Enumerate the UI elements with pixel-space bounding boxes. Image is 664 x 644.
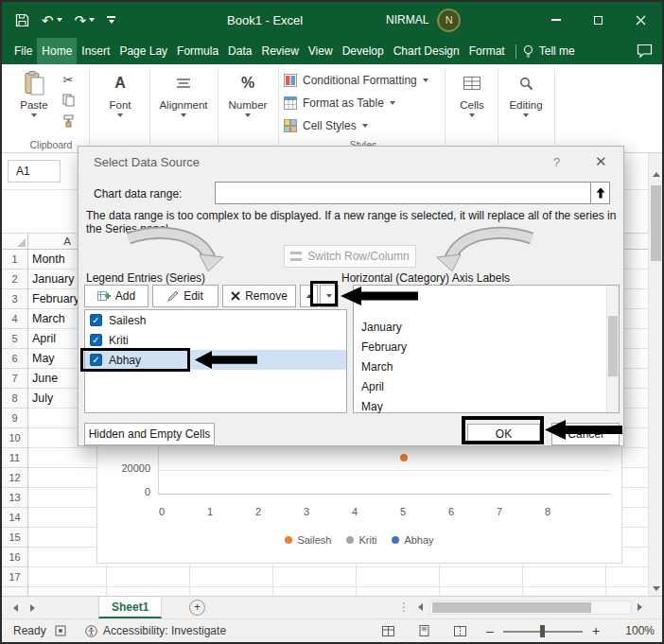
tab-page-lay[interactable]: Page Lay [114,38,172,64]
scrollbar-thumb[interactable] [432,602,591,613]
select-all-button[interactable] [2,234,28,249]
editing-group-button[interactable]: Editing [501,68,550,117]
redo-button[interactable]: ↷ [75,13,96,27]
series-checkbox[interactable]: ✓ [90,334,102,346]
dialog-title: Select Data Source [94,155,200,169]
page-break-view-button[interactable] [454,626,466,639]
avatar[interactable]: N [437,9,461,32]
zoom-slider-thumb[interactable] [540,625,545,637]
dialog-help-button[interactable]: ? [553,155,560,169]
page-layout-view-button[interactable] [418,625,430,639]
minimize-button[interactable] [534,2,577,38]
new-sheet-button[interactable]: + [189,600,205,616]
category-item-april[interactable]: April [354,377,605,397]
annotation-box-ok [462,416,544,444]
tell-me-button[interactable]: Tell me [522,44,575,59]
scroll-right-button[interactable] [638,603,642,611]
vertical-scrollbar[interactable] [648,153,662,596]
normal-view-button[interactable] [382,626,394,639]
tab-format[interactable]: Format [464,38,510,64]
zoom-level[interactable]: 100% [613,624,655,637]
cell-a8[interactable]: July [32,389,53,409]
tab-develop[interactable]: Develop [338,38,389,64]
tab-chart-design[interactable]: Chart Design [389,38,464,64]
divider [515,44,516,59]
cells-group-button[interactable]: Cells [450,68,494,117]
tab-home[interactable]: Home [37,38,77,64]
scroll-up-button[interactable] [649,166,663,182]
alignment-group-button[interactable]: Alignment [153,68,214,117]
chart-data-range-input[interactable] [215,182,610,204]
name-box[interactable]: A1 [8,160,61,183]
scrollbar-thumb[interactable] [608,316,618,376]
next-sheet-button[interactable] [30,604,35,612]
arrow-up-icon [653,172,660,177]
legend-marker-icon [392,536,399,544]
zoom-out-button[interactable]: – [486,623,494,638]
category-item-march[interactable]: March [354,357,605,377]
sheet-tab-sheet1[interactable]: Sheet1 [98,597,162,618]
hidden-empty-cells-button[interactable]: Hidden and Empty Cells [84,423,215,445]
tab-insert[interactable]: Insert [77,38,114,64]
accessibility-status[interactable]: Accessibility: Investigate [85,624,226,637]
previous-sheet-button[interactable] [13,604,18,612]
dialog-close-button[interactable]: ✕ [595,153,607,170]
category-scrollbar[interactable] [606,286,619,412]
macro-record-button[interactable] [55,625,66,639]
edit-series-button[interactable]: Edit [152,285,218,307]
close-button[interactable] [620,2,662,38]
cell-a4[interactable]: March [32,309,65,329]
cell-a5[interactable]: April [32,329,56,349]
edit-label: Edit [183,289,203,303]
remove-series-button[interactable]: Remove [222,285,296,307]
legend-marker-icon [285,536,292,544]
category-item-february[interactable]: February [354,338,605,357]
format-as-table-button[interactable]: Format as Table [284,93,395,113]
comments-button[interactable] [637,44,653,62]
legend-item-abhay: Abhay [392,534,433,546]
category-item-may[interactable]: May [354,397,605,417]
switch-row-column-button[interactable]: Switch Row/Column [284,245,416,268]
series-checkbox[interactable]: ✓ [90,314,102,326]
conditional-formatting-button[interactable]: Conditional Formatting [284,70,428,91]
scroll-down-button[interactable] [649,581,663,596]
scroll-left-button[interactable] [418,603,423,611]
account-area[interactable]: NIRMAL N [386,2,461,38]
font-group-button[interactable]: A Font [96,68,145,117]
series-item-sailesh[interactable]: ✓Sailesh [85,310,346,330]
horizontal-scrollbar[interactable] [429,600,632,615]
tab-scrollbar-splitter[interactable]: ⋮ [398,600,410,614]
category-item-january[interactable]: January [354,318,605,338]
cut-button[interactable]: ✂ [57,70,79,89]
copy-button[interactable] [57,91,79,110]
range-selector-button[interactable] [590,183,609,203]
customize-quick-access-toolbar-button[interactable] [107,16,115,24]
scrollbar-thumb[interactable] [651,185,661,261]
cell-a7[interactable]: June [32,369,58,389]
legend-item-kriti: Kriti [346,534,376,546]
cell-a1[interactable]: Month [32,250,65,270]
tab-formula[interactable]: Formula [172,38,223,64]
cell-a2[interactable]: January [32,270,74,289]
ribbon-tabs: FileHomeInsertPage LayFormulaDataReviewV… [9,38,510,64]
tab-view[interactable]: View [304,38,338,64]
paste-button[interactable]: Paste [13,68,55,117]
tab-data[interactable]: Data [223,38,256,64]
format-painter-button[interactable] [57,112,79,131]
cell-a6[interactable]: May [32,349,55,369]
chevron-down-icon [109,20,114,24]
add-series-button[interactable]: Add [84,285,149,307]
undo-button[interactable]: ↶ [42,13,62,27]
series-item-kriti[interactable]: ✓Kriti [85,330,346,350]
save-button[interactable] [15,13,29,27]
format-as-table-label: Format as Table [303,96,384,110]
tab-file[interactable]: File [9,38,37,64]
cell-a3[interactable]: February [32,289,79,309]
number-group-button[interactable]: % Number [221,68,274,117]
switch-row-column-icon [290,252,302,261]
tab-review[interactable]: Review [256,38,303,64]
cell-styles-button[interactable]: Cell Styles [284,115,368,136]
zoom-in-button[interactable]: + [592,623,600,638]
maximize-button[interactable] [577,2,620,38]
quick-access-toolbar: ↶ ↷ [15,2,115,38]
